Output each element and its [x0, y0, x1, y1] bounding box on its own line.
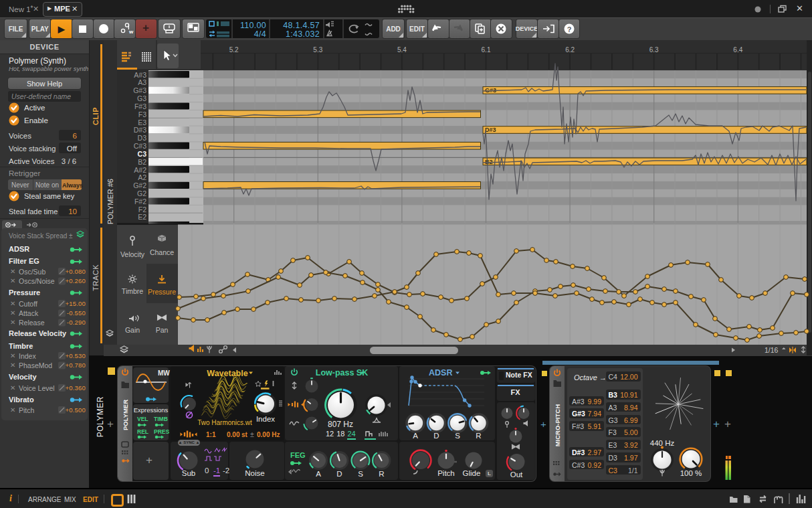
svg-text:B2: B2 — [485, 159, 493, 165]
svg-text:w: w — [128, 29, 134, 35]
svg-text:D#3: D#3 — [485, 126, 496, 133]
svg-text:?: ? — [567, 25, 572, 33]
